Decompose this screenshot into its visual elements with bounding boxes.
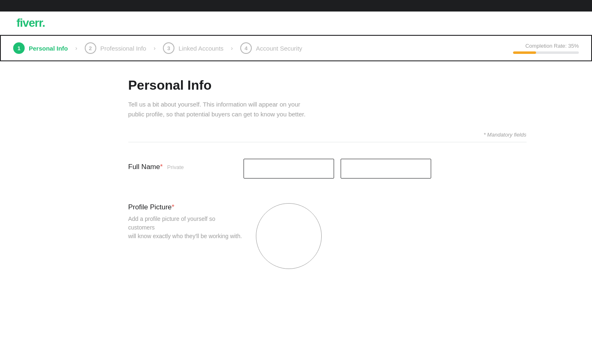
step-2-professional-info[interactable]: 2 Professional Info — [85, 42, 146, 54]
completion-bar-background — [513, 51, 579, 54]
section-divider — [128, 142, 527, 142]
fiverr-logo[interactable]: fiverr. — [16, 16, 45, 30]
full-name-label: Full Name* Private — [128, 163, 184, 171]
step-2-label: Professional Info — [100, 45, 146, 52]
step-3-linked-accounts[interactable]: 3 Linked Accounts — [163, 42, 223, 54]
header: fiverr. — [0, 12, 592, 35]
mandatory-note: * Mandatory fields — [128, 132, 527, 138]
full-name-label-col: Full Name* Private — [128, 159, 244, 171]
page-description: Tell us a bit about yourself. This infor… — [128, 100, 326, 119]
completion-rate-area: Completion Rate: 35% — [497, 43, 579, 54]
profile-picture-label-col: Profile Picture* Add a profile picture o… — [128, 199, 244, 241]
last-name-input[interactable] — [341, 159, 431, 179]
logo-text: fiverr — [16, 16, 42, 29]
first-name-input[interactable] — [244, 159, 334, 179]
chevron-2: › — [153, 45, 156, 51]
step-4-label: Account Security — [256, 45, 302, 52]
profile-picture-label: Profile Picture* — [128, 203, 174, 211]
full-name-private-tag: Private — [167, 164, 183, 170]
step-4-account-security[interactable]: 4 Account Security — [240, 42, 302, 54]
step-1-personal-info[interactable]: 1 Personal Info — [13, 42, 68, 54]
step-1-circle: 1 — [13, 42, 25, 54]
full-name-row: Full Name* Private — [128, 159, 527, 179]
chevron-1: › — [75, 45, 77, 51]
full-name-inputs — [244, 159, 527, 179]
step-1-label: Personal Info — [29, 45, 68, 52]
step-2-circle: 2 — [85, 42, 96, 54]
profile-picture-description: Add a profile picture of yourself so cus… — [128, 215, 244, 241]
profile-picture-upload[interactable] — [256, 203, 322, 269]
stepper-nav: 1 Personal Info › 2 Professional Info › … — [0, 35, 592, 61]
main-content: Personal Info Tell us a bit about yourse… — [49, 61, 543, 306]
full-name-required-star: * — [160, 163, 163, 171]
chevron-3: › — [231, 45, 233, 51]
step-3-circle: 3 — [163, 42, 174, 54]
profile-picture-required-star: * — [172, 203, 174, 211]
top-bar — [0, 0, 592, 12]
profile-picture-row: Profile Picture* Add a profile picture o… — [128, 199, 527, 269]
step-4-circle: 4 — [240, 42, 252, 54]
completion-bar-fill — [513, 51, 536, 54]
completion-rate-label: Completion Rate: 35% — [525, 43, 579, 49]
page-title: Personal Info — [128, 78, 527, 93]
logo-dot: . — [42, 16, 45, 29]
step-3-label: Linked Accounts — [179, 45, 223, 52]
